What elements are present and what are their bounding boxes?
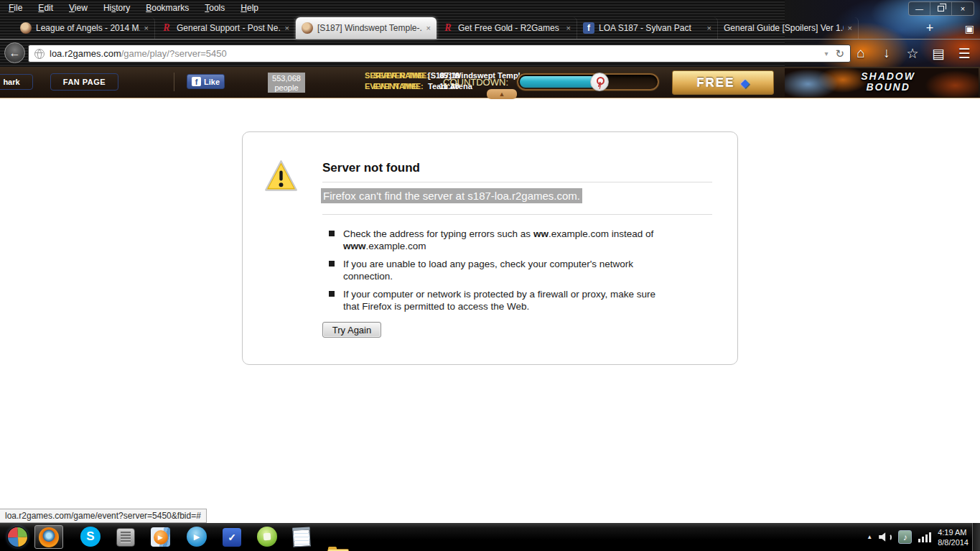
globe-icon	[34, 49, 45, 59]
facebook-like-button[interactable]: f Like	[187, 74, 225, 89]
server-time-label: SERVER TIME:	[373, 71, 439, 80]
play-icon: ▶	[194, 532, 200, 542]
volume-icon[interactable]	[879, 532, 892, 542]
home-icon[interactable]: ⌂	[848, 45, 874, 61]
hamburger-menu-icon[interactable]: ☰	[951, 45, 977, 62]
menu-bookmarks[interactable]: Bookmarks	[146, 3, 189, 13]
square-bullet-icon	[329, 231, 335, 236]
key-icon	[595, 77, 604, 87]
square-bullet-icon	[329, 261, 335, 267]
network-signal-icon[interactable]	[918, 532, 931, 542]
tab-league-of-angels[interactable]: League of Angels - 2014 M... ×	[14, 17, 155, 39]
suggestion-item: Check the address for typing errors such…	[329, 228, 673, 252]
fan-page-button[interactable]: FAN PAGE	[50, 73, 118, 91]
tab-sylvan-pact[interactable]: f LOA S187 - Sylvan Pact ×	[577, 17, 718, 39]
check-icon: ✓	[228, 532, 236, 543]
tab-windswept-temple-active[interactable]: [S187] Windswept Temple-... ×	[296, 17, 437, 39]
divider	[322, 214, 712, 215]
warning-triangle-icon	[264, 159, 298, 196]
restore-button[interactable]	[930, 2, 952, 15]
diamond-gem-icon: ◆	[741, 76, 750, 90]
tab-get-free-gold[interactable]: R Get Free Gold - R2Games ×	[437, 17, 577, 39]
taskbar-firefox-active[interactable]	[34, 525, 63, 549]
taskbar-media-player[interactable]: ▶	[151, 527, 170, 547]
toolbar-collapse-button[interactable]: ▲	[487, 89, 517, 99]
chevron-up-icon: ▲	[499, 91, 505, 98]
tab-general-support[interactable]: R General Support - Post Ne... ×	[155, 17, 296, 39]
bookmark-game-button[interactable]: hark	[0, 74, 33, 90]
tab-close-icon[interactable]: ×	[144, 24, 149, 32]
menu-bar: File Edit View History Bookmarks Tools H…	[0, 0, 258, 15]
bookmark-star-icon[interactable]: ☆	[900, 45, 925, 62]
banner-title-line2: BOUND	[861, 82, 915, 93]
try-again-button[interactable]: Try Again	[322, 322, 381, 338]
taskbar-media-center[interactable]	[257, 527, 277, 547]
screen: File Edit View History Bookmarks Tools H…	[0, 0, 980, 551]
free-diamonds-button[interactable]: FREE ◆	[672, 70, 774, 95]
show-desktop-button[interactable]	[972, 523, 980, 551]
system-tray: ▲ ♪ 4:19 AM 8/8/2014	[867, 523, 969, 551]
error-dialog: Server not found Firefox can't find the …	[242, 131, 738, 365]
taskbar-app[interactable]	[116, 528, 135, 547]
reload-icon[interactable]: ↻	[835, 47, 844, 60]
taskbar-clock[interactable]: 4:19 AM 8/8/2014	[938, 527, 969, 547]
tab-close-icon[interactable]: ×	[426, 24, 431, 32]
countdown-progress-bar	[517, 73, 659, 91]
taskbar-player[interactable]: ▶	[187, 527, 207, 547]
back-button[interactable]: ←	[4, 42, 25, 63]
suggestion-list: Check the address for typing errors such…	[329, 228, 673, 318]
minimize-button[interactable]: —	[909, 2, 930, 15]
tray-expand-icon[interactable]: ▲	[867, 534, 872, 540]
menu-file[interactable]: File	[9, 3, 22, 13]
tab-close-icon[interactable]: ×	[707, 24, 711, 32]
tab-close-icon[interactable]: ×	[285, 24, 289, 32]
countdown-key-badge[interactable]	[590, 73, 609, 91]
close-button[interactable]: ×	[952, 2, 974, 15]
back-arrow-icon: ←	[9, 47, 21, 60]
menu-help[interactable]: Help	[241, 3, 258, 13]
error-message-selected-text: Firefox can't find the server at s187-lo…	[321, 188, 582, 203]
menu-tools[interactable]: Tools	[205, 3, 225, 13]
tab-list-icon[interactable]: ▣	[965, 23, 974, 34]
bookmarks-menu-icon[interactable]: ▤	[925, 45, 951, 62]
new-tab-button[interactable]: +	[920, 21, 939, 36]
menu-edit[interactable]: Edit	[38, 3, 53, 13]
tab-title: Get Free Gold - R2Games	[458, 23, 562, 33]
status-bar-link-preview: loa.r2games.com/game/event?server=5450&f…	[0, 509, 207, 523]
menu-view[interactable]: View	[69, 3, 88, 13]
clock-time: 4:19 AM	[938, 527, 969, 537]
taskbar-notepad[interactable]	[292, 527, 310, 547]
clock-date: 8/8/2014	[938, 537, 969, 547]
menu-history[interactable]: History	[103, 3, 130, 13]
shadowbound-ad-banner[interactable]: SHADOW BOUND	[785, 68, 979, 97]
tab-close-icon[interactable]: ×	[848, 24, 852, 32]
tab-close-icon[interactable]: ×	[566, 24, 571, 32]
url-dropdown-icon[interactable]: ▾	[824, 50, 828, 57]
window-controls: — ×	[908, 1, 974, 16]
banner-title-line1: SHADOW	[861, 71, 915, 82]
tab-title: [S187] Windswept Temple-...	[317, 23, 422, 33]
url-bar[interactable]: loa.r2games.com /game/play/?server=5450 …	[28, 45, 851, 62]
windows-taskbar: S ▶ ▶ ✓ ▲ ♪ 4:19 AM 8/8/2014	[0, 523, 980, 551]
app-icon	[121, 532, 131, 543]
tab-bar: League of Angels - 2014 M... × R General…	[0, 15, 980, 40]
browser-chrome: File Edit View History Bookmarks Tools H…	[0, 0, 980, 67]
facebook-f-icon: f	[192, 77, 201, 86]
url-path: /game/play/?server=5450	[121, 48, 227, 59]
url-host: loa.r2games.com	[50, 48, 121, 59]
music-app-tray-icon[interactable]: ♪	[898, 530, 912, 544]
close-icon: ×	[961, 4, 965, 13]
square-bullet-icon	[329, 291, 335, 297]
start-button[interactable]	[7, 527, 29, 548]
tab-general-guide[interactable]: General Guide [Spoilers] Ver 1.6... ×	[718, 17, 859, 39]
error-title: Server not found	[322, 161, 420, 175]
windows-flag-icon	[8, 527, 18, 537]
downloads-icon[interactable]: ↓	[874, 45, 900, 61]
tab-title: League of Angels - 2014 M...	[36, 23, 140, 33]
facebook-favicon-icon: f	[583, 22, 594, 34]
taskbar-utility[interactable]: ✓	[223, 528, 241, 547]
angel-favicon-icon	[20, 22, 32, 34]
divider	[322, 182, 712, 182]
taskbar-skype[interactable]: S	[80, 527, 101, 547]
media-player-icon: ▶	[154, 530, 168, 545]
